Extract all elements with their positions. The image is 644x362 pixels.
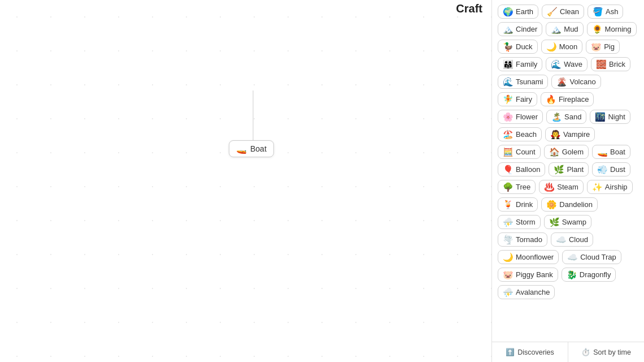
item-label: Clean (560, 7, 579, 16)
discoveries-button[interactable]: ⬆️ Discoveries (492, 342, 568, 362)
item-icon: 🧱 (596, 60, 607, 68)
item-label: Swamp (562, 218, 586, 226)
list-item[interactable]: 🚤Boat (592, 145, 630, 159)
discoveries-label: Discoveries (517, 348, 554, 356)
item-icon: 🌋 (556, 77, 567, 86)
list-item[interactable]: 👨‍👩‍👧Family (498, 57, 542, 71)
list-item[interactable]: 🌍Earth (498, 5, 538, 19)
item-icon: 🧛 (550, 130, 561, 139)
item-label: Dragonfly (580, 270, 611, 279)
list-item[interactable]: 🪣Ash (588, 5, 623, 19)
item-label: Flower (516, 113, 538, 121)
item-icon: 🌿 (549, 218, 560, 226)
item-icon: 🏠 (549, 148, 560, 156)
sidebar: 🌍Earth🧹Clean🪣Ash🏔️Cinder🏔️Mud🌻Morning🦆Du… (491, 0, 644, 362)
list-item[interactable]: 🌃Night (590, 110, 630, 124)
list-item[interactable]: 🔥Fireplace (541, 92, 594, 106)
item-label: Steam (557, 183, 578, 191)
list-item[interactable]: 🌋Volcano (551, 75, 601, 89)
item-icon: 🌪️ (503, 235, 514, 244)
item-label: Tornado (516, 235, 542, 244)
list-item[interactable]: ☁️Cloud Trap (562, 250, 621, 264)
list-item[interactable]: 🌙Moon (541, 40, 583, 54)
item-label: Family (516, 60, 537, 68)
list-item[interactable]: 🧮Count (498, 145, 541, 159)
item-label: Brick (609, 60, 625, 68)
sort-label: Sort by time (593, 348, 631, 356)
list-item[interactable]: 🦆Duck (498, 40, 538, 54)
item-label: Balloon (516, 165, 540, 174)
list-item[interactable]: 🌙Moonflower (498, 250, 559, 264)
list-item[interactable]: 🏖️Beach (498, 127, 542, 141)
item-icon: 🐷 (503, 270, 514, 279)
item-icon: 🧮 (503, 148, 514, 156)
list-item[interactable]: 🧚Fairy (498, 92, 537, 106)
item-icon: 🏝️ (551, 113, 562, 121)
item-label: Mud (564, 25, 578, 33)
list-item[interactable]: 🐉Dragonfly (562, 268, 616, 282)
item-icon: 🌙 (546, 42, 557, 51)
sidebar-scroll[interactable]: 🌍Earth🧹Clean🪣Ash🏔️Cinder🏔️Mud🌻Morning🦆Du… (492, 0, 644, 342)
list-item[interactable]: 🏝️Sand (546, 110, 586, 124)
item-label: Cinder (516, 25, 537, 33)
item-label: Drink (516, 200, 533, 209)
item-label: Volcano (569, 77, 595, 86)
list-item[interactable]: ⛈️Avalanche (498, 285, 555, 299)
list-item[interactable]: ⛈️Storm (498, 215, 541, 229)
item-icon: 🌳 (503, 183, 514, 191)
item-icon: 🌻 (592, 25, 603, 33)
item-icon: 🐉 (567, 270, 577, 279)
item-label: Storm (516, 218, 536, 226)
item-icon: 🌙 (503, 253, 514, 261)
list-item[interactable]: 🌪️Tornado (498, 232, 547, 247)
list-item[interactable]: 🌼Dandelion (541, 197, 598, 212)
list-item[interactable]: 🌿Swamp (544, 215, 591, 229)
item-icon: 🌍 (503, 7, 514, 16)
item-icon: 💨 (597, 165, 608, 174)
list-item[interactable]: 🏔️Cinder (498, 22, 542, 36)
list-item[interactable]: 🌻Morning (587, 22, 637, 36)
list-item[interactable]: 🌸Flower (498, 110, 543, 124)
item-label: Moonflower (516, 253, 554, 261)
canvas-area[interactable]: Craft 🚤 Boat (0, 0, 491, 362)
discoveries-icon: ⬆️ (506, 348, 515, 356)
item-label: Cloud Trap (580, 253, 616, 261)
sort-button[interactable]: ⏱️ Sort by time (568, 342, 644, 362)
item-icon: 🏔️ (503, 25, 514, 33)
item-label: Boat (610, 148, 625, 156)
item-icon: ⛈️ (503, 288, 514, 296)
item-label: Golem (562, 148, 584, 156)
list-item[interactable]: 🧛Vampire (545, 127, 595, 141)
list-item[interactable]: 🧹Clean (542, 5, 584, 19)
item-label: Morning (605, 25, 632, 33)
item-label: Piggy Bank (516, 270, 553, 279)
list-item[interactable]: 🌊Tsunami (498, 75, 548, 89)
list-item[interactable]: 🏠Golem (544, 145, 589, 159)
list-item[interactable]: 🐷Piggy Bank (498, 268, 558, 282)
list-item[interactable]: ☁️Cloud (551, 232, 593, 247)
item-icon: 🧹 (547, 7, 558, 16)
list-item[interactable]: 💨Dust (592, 162, 630, 176)
node-boat[interactable]: 🚤 Boat (229, 140, 274, 157)
items-grid: 🌍Earth🧹Clean🪣Ash🏔️Cinder🏔️Mud🌻Morning🦆Du… (498, 5, 638, 299)
list-item[interactable]: 🌳Tree (498, 180, 536, 194)
list-item[interactable]: 🧱Brick (591, 57, 630, 71)
list-item[interactable]: 🐷Pig (586, 40, 620, 54)
item-icon: 🌃 (595, 113, 606, 121)
item-icon: ☁️ (567, 253, 578, 261)
list-item[interactable]: ♨️Steam (539, 180, 584, 194)
list-item[interactable]: 🍹Drink (498, 197, 538, 212)
list-item[interactable]: 🌿Plant (549, 162, 589, 176)
list-item[interactable]: 🏔️Mud (546, 22, 583, 36)
item-icon: 🌼 (546, 200, 557, 209)
item-icon: 🌸 (503, 113, 514, 121)
item-icon: 🍹 (503, 200, 514, 209)
list-item[interactable]: ✨Airship (587, 180, 633, 194)
item-label: Avalanche (516, 288, 550, 296)
item-icon: ⛈️ (503, 218, 514, 226)
item-label: Count (516, 148, 536, 156)
item-label: Cloud (569, 235, 588, 244)
list-item[interactable]: 🎈Balloon (498, 162, 545, 176)
item-label: Ash (606, 7, 618, 16)
list-item[interactable]: 🌊Wave (546, 57, 588, 71)
